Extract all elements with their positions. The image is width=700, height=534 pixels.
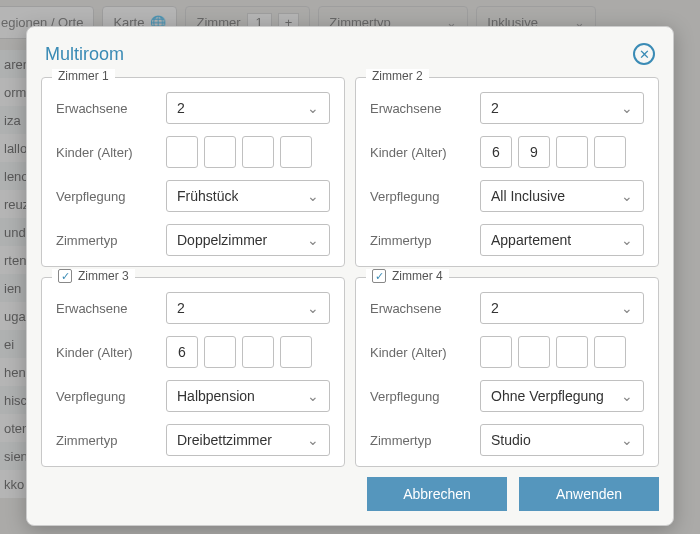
- field-label: Zimmertyp: [370, 433, 480, 448]
- child-age-input[interactable]: [594, 136, 626, 168]
- field-label: Kinder (Alter): [370, 145, 480, 160]
- room-panel-1: Zimmer 1Erwachsene2⌄Kinder (Alter)Verpfl…: [41, 77, 345, 267]
- field-label: Kinder (Alter): [56, 145, 166, 160]
- close-button[interactable]: ✕: [633, 43, 655, 65]
- board-select[interactable]: All Inclusive⌄: [480, 180, 644, 212]
- board-select[interactable]: Ohne Verpflegung⌄: [480, 380, 644, 412]
- multiroom-modal: Multiroom ✕ Zimmer 1Erwachsene2⌄Kinder (…: [26, 26, 674, 526]
- chevron-down-icon: ⌄: [307, 100, 319, 116]
- child-age-input[interactable]: [594, 336, 626, 368]
- child-age-input[interactable]: [242, 136, 274, 168]
- board-select-value: All Inclusive: [491, 188, 565, 204]
- adults-select[interactable]: 2⌄: [480, 292, 644, 324]
- chevron-down-icon: ⌄: [621, 100, 633, 116]
- chevron-down-icon: ⌄: [621, 388, 633, 404]
- field-label: Verpflegung: [56, 389, 166, 404]
- roomtype-select-value: Appartement: [491, 232, 571, 248]
- board-select[interactable]: Halbpension⌄: [166, 380, 330, 412]
- chevron-down-icon: ⌄: [621, 432, 633, 448]
- room-panel-4: ✓Zimmer 4Erwachsene2⌄Kinder (Alter)Verpf…: [355, 277, 659, 467]
- field-label: Erwachsene: [370, 301, 480, 316]
- roomtype-select[interactable]: Dreibettzimmer⌄: [166, 424, 330, 456]
- field-label: Erwachsene: [56, 101, 166, 116]
- roomtype-select-value: Dreibettzimmer: [177, 432, 272, 448]
- roomtype-select[interactable]: Appartement⌄: [480, 224, 644, 256]
- field-label: Kinder (Alter): [370, 345, 480, 360]
- room-enable-checkbox[interactable]: ✓: [58, 269, 72, 283]
- child-age-input[interactable]: [518, 136, 550, 168]
- chevron-down-icon: ⌄: [307, 300, 319, 316]
- child-age-input[interactable]: [280, 136, 312, 168]
- child-age-input[interactable]: [518, 336, 550, 368]
- field-label: Verpflegung: [370, 389, 480, 404]
- roomtype-select[interactable]: Doppelzimmer⌄: [166, 224, 330, 256]
- room-panel-2: Zimmer 2Erwachsene2⌄Kinder (Alter)Verpfl…: [355, 77, 659, 267]
- field-label: Zimmertyp: [56, 233, 166, 248]
- chevron-down-icon: ⌄: [307, 388, 319, 404]
- board-select[interactable]: Frühstück⌄: [166, 180, 330, 212]
- modal-title: Multiroom: [45, 44, 124, 65]
- chevron-down-icon: ⌄: [307, 432, 319, 448]
- room-legend: ✓Zimmer 3: [52, 269, 135, 283]
- child-age-input[interactable]: [204, 136, 236, 168]
- chevron-down-icon: ⌄: [307, 188, 319, 204]
- adults-select-value: 2: [491, 100, 499, 116]
- room-legend-label: Zimmer 3: [78, 269, 129, 283]
- room-legend: ✓Zimmer 4: [366, 269, 449, 283]
- field-label: Erwachsene: [370, 101, 480, 116]
- adults-select-value: 2: [177, 300, 185, 316]
- child-age-input[interactable]: [556, 336, 588, 368]
- adults-select[interactable]: 2⌄: [166, 292, 330, 324]
- close-icon: ✕: [639, 47, 650, 62]
- room-legend-label: Zimmer 1: [58, 69, 109, 83]
- board-select-value: Ohne Verpflegung: [491, 388, 604, 404]
- room-panel-3: ✓Zimmer 3Erwachsene2⌄Kinder (Alter)Verpf…: [41, 277, 345, 467]
- chevron-down-icon: ⌄: [621, 232, 633, 248]
- adults-select-value: 2: [491, 300, 499, 316]
- chevron-down-icon: ⌄: [307, 232, 319, 248]
- adults-select[interactable]: 2⌄: [166, 92, 330, 124]
- chevron-down-icon: ⌄: [621, 188, 633, 204]
- cancel-button[interactable]: Abbrechen: [367, 477, 507, 511]
- room-legend-label: Zimmer 4: [392, 269, 443, 283]
- room-legend: Zimmer 1: [52, 69, 115, 83]
- apply-button[interactable]: Anwenden: [519, 477, 659, 511]
- room-legend: Zimmer 2: [366, 69, 429, 83]
- field-label: Verpflegung: [370, 189, 480, 204]
- adults-select[interactable]: 2⌄: [480, 92, 644, 124]
- chevron-down-icon: ⌄: [621, 300, 633, 316]
- field-label: Erwachsene: [56, 301, 166, 316]
- child-age-input[interactable]: [166, 336, 198, 368]
- board-select-value: Halbpension: [177, 388, 255, 404]
- child-age-input[interactable]: [242, 336, 274, 368]
- child-age-input[interactable]: [556, 136, 588, 168]
- field-label: Zimmertyp: [370, 233, 480, 248]
- roomtype-select-value: Studio: [491, 432, 531, 448]
- roomtype-select[interactable]: Studio⌄: [480, 424, 644, 456]
- child-age-input[interactable]: [480, 336, 512, 368]
- child-age-input[interactable]: [204, 336, 236, 368]
- roomtype-select-value: Doppelzimmer: [177, 232, 267, 248]
- child-age-input[interactable]: [280, 336, 312, 368]
- board-select-value: Frühstück: [177, 188, 238, 204]
- field-label: Zimmertyp: [56, 433, 166, 448]
- room-legend-label: Zimmer 2: [372, 69, 423, 83]
- adults-select-value: 2: [177, 100, 185, 116]
- field-label: Kinder (Alter): [56, 345, 166, 360]
- field-label: Verpflegung: [56, 189, 166, 204]
- child-age-input[interactable]: [480, 136, 512, 168]
- child-age-input[interactable]: [166, 136, 198, 168]
- room-enable-checkbox[interactable]: ✓: [372, 269, 386, 283]
